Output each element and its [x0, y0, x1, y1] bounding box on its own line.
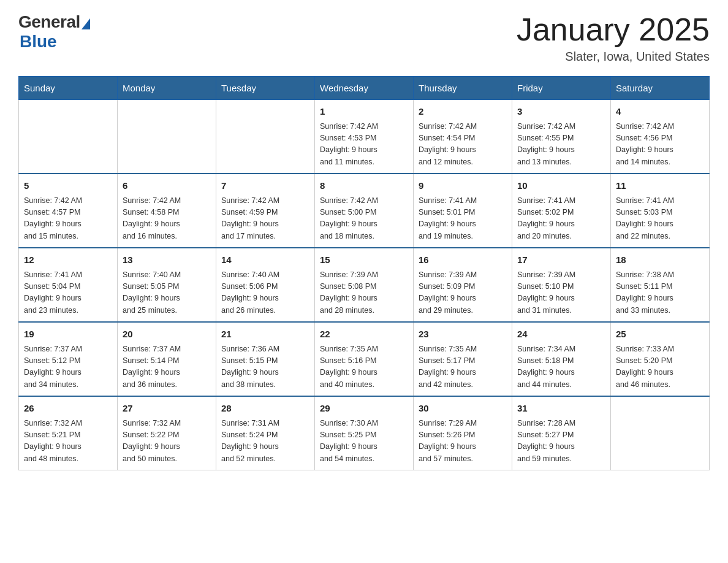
day-number: 11: [616, 179, 704, 193]
day-number: 27: [123, 402, 211, 416]
day-number: 23: [419, 327, 507, 342]
day-info: Sunrise: 7:40 AM Sunset: 5:05 PM Dayligh…: [123, 269, 211, 317]
day-info: Sunrise: 7:31 AM Sunset: 5:24 PM Dayligh…: [221, 418, 309, 465]
calendar-week-row: 1Sunrise: 7:42 AM Sunset: 4:53 PM Daylig…: [19, 100, 710, 174]
day-number: 3: [517, 105, 605, 119]
logo: General Blue: [18, 12, 90, 52]
calendar-cell: [118, 100, 216, 174]
day-number: 17: [517, 253, 605, 267]
day-number: 7: [221, 179, 309, 193]
day-info: Sunrise: 7:38 AM Sunset: 5:11 PM Dayligh…: [616, 269, 704, 317]
page-header: General Blue January 2025 Slater, Iowa, …: [18, 12, 710, 64]
calendar-cell: 7Sunrise: 7:42 AM Sunset: 4:59 PM Daylig…: [216, 174, 315, 248]
calendar-week-row: 5Sunrise: 7:42 AM Sunset: 4:57 PM Daylig…: [19, 174, 710, 248]
day-number: 29: [320, 402, 408, 416]
day-header-tuesday: Tuesday: [216, 77, 315, 100]
calendar-cell: 15Sunrise: 7:39 AM Sunset: 5:08 PM Dayli…: [315, 248, 414, 322]
day-info: Sunrise: 7:42 AM Sunset: 4:54 PM Dayligh…: [419, 121, 507, 169]
calendar-cell: 5Sunrise: 7:42 AM Sunset: 4:57 PM Daylig…: [19, 174, 118, 248]
calendar-cell: 10Sunrise: 7:41 AM Sunset: 5:02 PM Dayli…: [512, 174, 611, 248]
day-header-thursday: Thursday: [414, 77, 512, 100]
calendar-cell: 11Sunrise: 7:41 AM Sunset: 5:03 PM Dayli…: [611, 174, 710, 248]
day-info: Sunrise: 7:41 AM Sunset: 5:02 PM Dayligh…: [517, 195, 605, 243]
day-info: Sunrise: 7:35 AM Sunset: 5:16 PM Dayligh…: [320, 343, 408, 391]
calendar-cell: 22Sunrise: 7:35 AM Sunset: 5:16 PM Dayli…: [315, 322, 414, 396]
day-info: Sunrise: 7:32 AM Sunset: 5:22 PM Dayligh…: [123, 418, 211, 465]
calendar-cell: 1Sunrise: 7:42 AM Sunset: 4:53 PM Daylig…: [315, 100, 414, 174]
day-header-sunday: Sunday: [19, 77, 118, 100]
calendar-header-row: SundayMondayTuesdayWednesdayThursdayFrid…: [19, 77, 710, 100]
day-header-friday: Friday: [512, 77, 611, 100]
day-info: Sunrise: 7:42 AM Sunset: 4:58 PM Dayligh…: [123, 195, 211, 243]
calendar-cell: 27Sunrise: 7:32 AM Sunset: 5:22 PM Dayli…: [118, 396, 216, 470]
location-title: Slater, Iowa, United States: [517, 50, 710, 64]
day-number: 10: [517, 179, 605, 193]
day-info: Sunrise: 7:36 AM Sunset: 5:15 PM Dayligh…: [221, 343, 309, 391]
calendar-cell: 12Sunrise: 7:41 AM Sunset: 5:04 PM Dayli…: [19, 248, 118, 322]
calendar-cell: 31Sunrise: 7:28 AM Sunset: 5:27 PM Dayli…: [512, 396, 611, 470]
day-info: Sunrise: 7:29 AM Sunset: 5:26 PM Dayligh…: [419, 418, 507, 465]
day-number: 8: [320, 179, 408, 193]
day-number: 5: [24, 179, 112, 193]
calendar-cell: 8Sunrise: 7:42 AM Sunset: 5:00 PM Daylig…: [315, 174, 414, 248]
calendar-cell: 19Sunrise: 7:37 AM Sunset: 5:12 PM Dayli…: [19, 322, 118, 396]
day-number: 4: [616, 105, 704, 119]
calendar-cell: 28Sunrise: 7:31 AM Sunset: 5:24 PM Dayli…: [216, 396, 315, 470]
calendar-week-row: 12Sunrise: 7:41 AM Sunset: 5:04 PM Dayli…: [19, 248, 710, 322]
day-info: Sunrise: 7:37 AM Sunset: 5:12 PM Dayligh…: [24, 343, 112, 391]
day-info: Sunrise: 7:39 AM Sunset: 5:08 PM Dayligh…: [320, 269, 408, 317]
day-info: Sunrise: 7:35 AM Sunset: 5:17 PM Dayligh…: [419, 343, 507, 391]
day-number: 9: [419, 179, 507, 193]
calendar-cell: 30Sunrise: 7:29 AM Sunset: 5:26 PM Dayli…: [414, 396, 512, 470]
calendar-cell: 21Sunrise: 7:36 AM Sunset: 5:15 PM Dayli…: [216, 322, 315, 396]
day-info: Sunrise: 7:42 AM Sunset: 4:55 PM Dayligh…: [517, 121, 605, 169]
calendar-cell: 25Sunrise: 7:33 AM Sunset: 5:20 PM Dayli…: [611, 322, 710, 396]
day-number: 26: [24, 402, 112, 416]
calendar-cell: 17Sunrise: 7:39 AM Sunset: 5:10 PM Dayli…: [512, 248, 611, 322]
day-number: 28: [221, 402, 309, 416]
day-info: Sunrise: 7:41 AM Sunset: 5:04 PM Dayligh…: [24, 269, 112, 317]
day-info: Sunrise: 7:40 AM Sunset: 5:06 PM Dayligh…: [221, 269, 309, 317]
calendar-cell: [611, 396, 710, 470]
calendar-cell: 24Sunrise: 7:34 AM Sunset: 5:18 PM Dayli…: [512, 322, 611, 396]
day-number: 20: [123, 327, 211, 342]
day-number: 12: [24, 253, 112, 267]
calendar-cell: [19, 100, 118, 174]
day-number: 2: [419, 105, 507, 119]
calendar-cell: 16Sunrise: 7:39 AM Sunset: 5:09 PM Dayli…: [414, 248, 512, 322]
day-header-monday: Monday: [118, 77, 216, 100]
calendar-week-row: 26Sunrise: 7:32 AM Sunset: 5:21 PM Dayli…: [19, 396, 710, 470]
calendar-cell: 14Sunrise: 7:40 AM Sunset: 5:06 PM Dayli…: [216, 248, 315, 322]
day-number: 22: [320, 327, 408, 342]
day-info: Sunrise: 7:41 AM Sunset: 5:01 PM Dayligh…: [419, 195, 507, 243]
logo-triangle-icon: [82, 18, 90, 29]
day-number: 6: [123, 179, 211, 193]
logo-blue-text: Blue: [20, 32, 57, 52]
calendar-cell: 3Sunrise: 7:42 AM Sunset: 4:55 PM Daylig…: [512, 100, 611, 174]
day-info: Sunrise: 7:33 AM Sunset: 5:20 PM Dayligh…: [616, 343, 704, 391]
day-info: Sunrise: 7:41 AM Sunset: 5:03 PM Dayligh…: [616, 195, 704, 243]
calendar-table: SundayMondayTuesdayWednesdayThursdayFrid…: [18, 76, 710, 470]
day-number: 30: [419, 402, 507, 416]
day-header-wednesday: Wednesday: [315, 77, 414, 100]
calendar-cell: 26Sunrise: 7:32 AM Sunset: 5:21 PM Dayli…: [19, 396, 118, 470]
day-info: Sunrise: 7:42 AM Sunset: 5:00 PM Dayligh…: [320, 195, 408, 243]
day-info: Sunrise: 7:32 AM Sunset: 5:21 PM Dayligh…: [24, 418, 112, 465]
calendar-cell: 29Sunrise: 7:30 AM Sunset: 5:25 PM Dayli…: [315, 396, 414, 470]
month-title: January 2025: [517, 12, 710, 47]
day-number: 18: [616, 253, 704, 267]
day-number: 25: [616, 327, 704, 342]
day-number: 16: [419, 253, 507, 267]
day-info: Sunrise: 7:34 AM Sunset: 5:18 PM Dayligh…: [517, 343, 605, 391]
day-number: 19: [24, 327, 112, 342]
day-number: 31: [517, 402, 605, 416]
day-header-saturday: Saturday: [611, 77, 710, 100]
calendar-cell: 9Sunrise: 7:41 AM Sunset: 5:01 PM Daylig…: [414, 174, 512, 248]
calendar-cell: [216, 100, 315, 174]
day-info: Sunrise: 7:28 AM Sunset: 5:27 PM Dayligh…: [517, 418, 605, 465]
day-info: Sunrise: 7:39 AM Sunset: 5:09 PM Dayligh…: [419, 269, 507, 317]
day-info: Sunrise: 7:37 AM Sunset: 5:14 PM Dayligh…: [123, 343, 211, 391]
day-number: 24: [517, 327, 605, 342]
title-block: January 2025 Slater, Iowa, United States: [517, 12, 710, 64]
calendar-cell: 6Sunrise: 7:42 AM Sunset: 4:58 PM Daylig…: [118, 174, 216, 248]
